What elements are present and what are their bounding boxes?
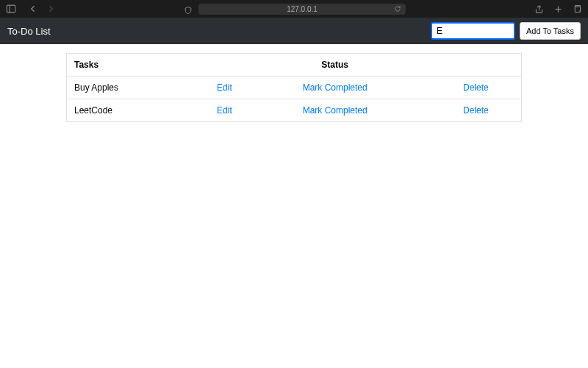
reload-icon[interactable]	[394, 5, 401, 13]
task-name: Buy Apples	[74, 82, 118, 93]
delete-button[interactable]: Delete	[463, 105, 489, 116]
edit-button[interactable]: Edit	[217, 82, 232, 93]
tabs-overview-icon[interactable]	[572, 4, 582, 14]
forward-icon[interactable]	[46, 4, 56, 14]
delete-button[interactable]: Delete	[463, 82, 489, 93]
share-icon[interactable]	[534, 4, 544, 14]
table-row: LeetCode Edit Mark Completed Delete	[67, 99, 522, 122]
task-name: LeetCode	[74, 105, 112, 116]
new-tab-icon[interactable]	[553, 4, 563, 14]
url-text: 127.0.0.1	[287, 5, 318, 13]
table-row: Buy Apples Edit Mark Completed Delete	[67, 77, 522, 99]
sidebar-toggle-icon[interactable]	[6, 4, 16, 14]
back-icon[interactable]	[28, 4, 38, 14]
task-table: Tasks Status Buy Apples Edit Mark Comple…	[66, 53, 522, 122]
col-header-tasks: Tasks	[67, 54, 240, 77]
task-input[interactable]	[431, 22, 515, 40]
edit-button[interactable]: Edit	[217, 105, 232, 116]
add-task-button[interactable]: Add To Tasks	[520, 22, 581, 40]
app-header: To-Do List Add To Tasks	[0, 18, 588, 44]
mark-completed-button[interactable]: Mark Completed	[303, 82, 368, 93]
app-title: To-Do List	[7, 26, 51, 37]
url-bar[interactable]: 127.0.0.1	[198, 4, 406, 15]
browser-toolbar: 127.0.0.1	[0, 0, 588, 18]
col-header-status: Status	[240, 54, 431, 77]
col-header-actions	[431, 54, 522, 77]
privacy-shield-icon[interactable]	[184, 4, 193, 13]
svg-rect-0	[7, 5, 15, 13]
mark-completed-button[interactable]: Mark Completed	[303, 105, 368, 116]
